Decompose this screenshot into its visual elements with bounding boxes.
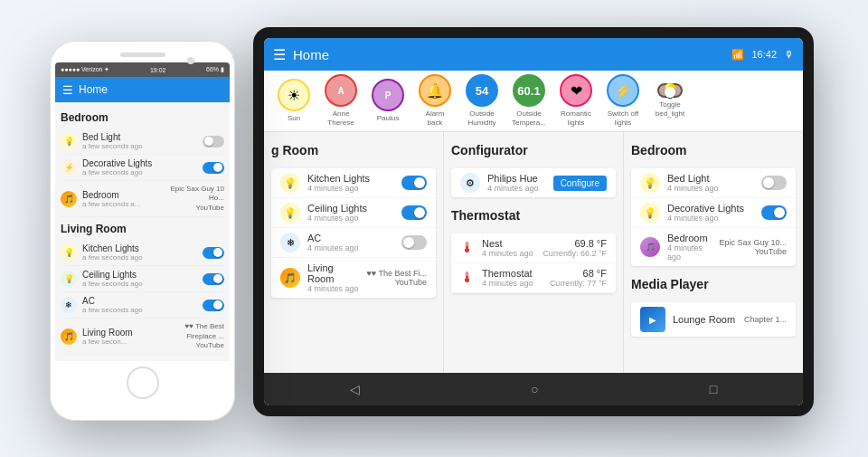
ceiling-lights-toggle[interactable]	[401, 205, 427, 220]
nest-temp: 69.8 °F	[542, 238, 607, 249]
phone-bed-light-toggle[interactable]	[203, 136, 224, 148]
shortcut-sun[interactable]: ☀ Sun	[275, 79, 313, 123]
thermostat-temp: 68 °F	[550, 268, 607, 279]
bed-light-time: 4 minutes ago	[667, 184, 754, 193]
phone-home-button[interactable]	[127, 367, 159, 399]
phone-living-media-info: Living Room a few secon...	[82, 328, 160, 346]
lounge-media-item: ▶ Lounge Room Chapter 1...	[631, 302, 796, 337]
bed-light-toggle[interactable]	[761, 176, 787, 190]
shortcut-sun-label: Sun	[288, 114, 300, 123]
shortcuts-row: ☀ Sun A AnneTherese P Paulus 🔔 Alarmback…	[264, 71, 803, 132]
kitchen-lights-time: 4 minutes ago	[307, 184, 394, 193]
phone-status-bar: ●●●●● Verizon ✦ 19:02 66% ▮	[55, 62, 230, 77]
ac-icon: ❄	[280, 233, 300, 252]
shortcut-humidity-label: OutsideHumidity	[467, 109, 495, 127]
tablet-topbar: ☰ Home 📶 16:42 🎙	[264, 38, 803, 71]
decorative-lights-info: Decorative Lights 4 minutes ago	[667, 203, 754, 223]
philips-hue-item: ⚙ Philips Hue 4 minutes ago Configure	[451, 168, 616, 197]
phone-living-avatar: 🎵	[61, 328, 77, 345]
tablet-time: 16:42	[751, 49, 777, 60]
phone-ac-name: AC	[82, 296, 197, 306]
thermostat-info: Thermostat 4 minutes ago	[482, 268, 542, 288]
phone-bedroom-media-name: Bedroom	[82, 190, 160, 200]
phone-bed-light-name: Bed Light	[82, 132, 197, 142]
philips-hue-name: Philips Hue	[487, 173, 546, 184]
bedroom-card: 💡 Bed Light 4 minutes ago 💡 Decorative L…	[631, 168, 796, 266]
tablet-title: Home	[293, 47, 329, 62]
shortcut-anne-label: AnneTherese	[327, 109, 354, 127]
hamburger-icon[interactable]: ☰	[273, 46, 286, 63]
bedroom-media-icon: 🎵	[640, 237, 660, 257]
bedroom-media-info: Bedroom 4 minutes ago	[667, 233, 712, 262]
ceiling-lights-time: 4 minutes ago	[307, 214, 394, 223]
bedroom-media-time: 4 minutes ago	[667, 243, 712, 262]
phone-decorative-lights-name: Decorative Lights	[82, 158, 197, 168]
phone-bedroom-media-item: 🎵 Bedroom a few seconds a... Epic Sax Gu…	[61, 181, 224, 217]
phone-ac-toggle[interactable]	[203, 300, 224, 311]
phone-camera	[187, 57, 194, 64]
back-button[interactable]: ◁	[332, 376, 378, 402]
shortcut-paulus[interactable]: P Paulus	[369, 79, 407, 123]
shortcut-temp-label: OutsideTempera...	[512, 109, 546, 127]
shortcut-romantic-avatar: ❤	[560, 74, 592, 107]
phone-living-media-item: 🎵 Living Room a few secon... ♥♥ The Best…	[61, 319, 224, 355]
philips-hue-icon: ⚙	[460, 173, 480, 193]
nest-name: Nest	[482, 238, 535, 249]
ac-item: ❄ AC 4 minutes ago	[271, 228, 436, 258]
kitchen-lights-toggle[interactable]	[401, 176, 427, 190]
shortcut-outside-temp[interactable]: 60.1 OutsideTempera...	[510, 74, 548, 127]
living-room-media-item: 🎵 Living Room 4 minutes ago ♥♥ The Best …	[271, 258, 436, 298]
shortcut-anne-avatar: A	[325, 74, 357, 107]
phone-ceiling-lights-name: Ceiling Lights	[82, 270, 197, 280]
shortcut-toggle-avatar: 💡	[657, 83, 683, 98]
shortcut-romantic-label: Romanticlights	[561, 109, 591, 127]
bedroom-title: Bedroom	[631, 139, 796, 161]
ac-toggle[interactable]	[401, 235, 427, 250]
shortcut-humidity-value: 54	[466, 74, 498, 107]
phone-ac-icon: ❄	[61, 297, 77, 313]
tablet-screen: ☰ Home 📶 16:42 🎙 ☀ Sun A AnneTherese P P…	[264, 38, 803, 405]
ac-name: AC	[307, 233, 394, 243]
mic-icon[interactable]: 🎙	[784, 49, 794, 60]
bedroom-media-extra: Epic Sax Guy 10...YouTube	[719, 238, 787, 256]
phone-ac-time: a few seconds ago	[82, 306, 197, 314]
phone-screen: ●●●●● Verizon ✦ 19:02 66% ▮ ☰ Home Bedro…	[55, 62, 230, 361]
tablet-col-bedroom: Bedroom 💡 Bed Light 4 minutes ago 💡 De	[624, 132, 803, 373]
thermostat-name: Thermostat	[482, 268, 542, 279]
ac-info: AC 4 minutes ago	[307, 233, 394, 252]
wifi-icon: 📶	[731, 49, 744, 61]
shortcut-romantic[interactable]: ❤ Romanticlights	[557, 74, 595, 127]
home-button[interactable]: ○	[513, 376, 556, 402]
phone-kitchen-lights-name: Kitchen Lights	[82, 243, 197, 253]
decorative-lights-toggle[interactable]	[761, 205, 787, 220]
shortcut-switch-label: Switch offlights	[608, 109, 639, 127]
kitchen-lights-name: Kitchen Lights	[307, 173, 394, 184]
phone-decorative-lights-info: Decorative Lights a few seconds ago	[82, 158, 197, 176]
shortcut-outside-humidity[interactable]: 54 OutsideHumidity	[463, 74, 501, 127]
shortcut-alarm[interactable]: 🔔 Alarmback	[416, 74, 454, 127]
ceiling-lights-icon: 💡	[280, 203, 300, 223]
shortcut-toggle[interactable]: 💡 Togglebed_light	[651, 83, 689, 118]
phone-kitchen-lights-info: Kitchen Lights a few seconds ago	[82, 243, 197, 262]
phone-decorative-lights-toggle[interactable]	[203, 162, 224, 174]
phone-speaker	[120, 52, 165, 57]
phone-kitchen-lights-item: 💡 Kitchen Lights a few seconds ago	[61, 240, 224, 266]
nest-icon: 🌡	[460, 240, 475, 256]
thermostat-card: 🌡 Nest 4 minutes ago 69.8 °F Currently: …	[451, 233, 616, 293]
tablet-col-config: Configurator ⚙ Philips Hue 4 minutes ago…	[444, 132, 624, 373]
phone-bedroom-media-info: Bedroom a few seconds a...	[82, 190, 160, 208]
configurator-card: ⚙ Philips Hue 4 minutes ago Configure	[451, 168, 616, 197]
nest-info: Nest 4 minutes ago	[482, 238, 535, 258]
phone-hamburger-icon[interactable]: ☰	[62, 83, 73, 97]
thermostat-item: 🌡 Thermostat 4 minutes ago 68 °F Current…	[451, 263, 616, 293]
nest-time: 4 minutes ago	[482, 249, 535, 258]
bed-light-icon: 💡	[640, 173, 660, 193]
shortcut-anne[interactable]: A AnneTherese	[322, 74, 360, 127]
configure-button[interactable]: Configure	[553, 176, 607, 191]
bed-light-name: Bed Light	[667, 173, 754, 184]
phone-kitchen-lights-toggle[interactable]	[203, 247, 224, 259]
phone-living-title: Living Room	[61, 223, 224, 235]
recent-button[interactable]: □	[692, 376, 735, 402]
shortcut-switch[interactable]: ⚡ Switch offlights	[604, 74, 642, 127]
phone-ceiling-lights-toggle[interactable]	[203, 273, 224, 285]
